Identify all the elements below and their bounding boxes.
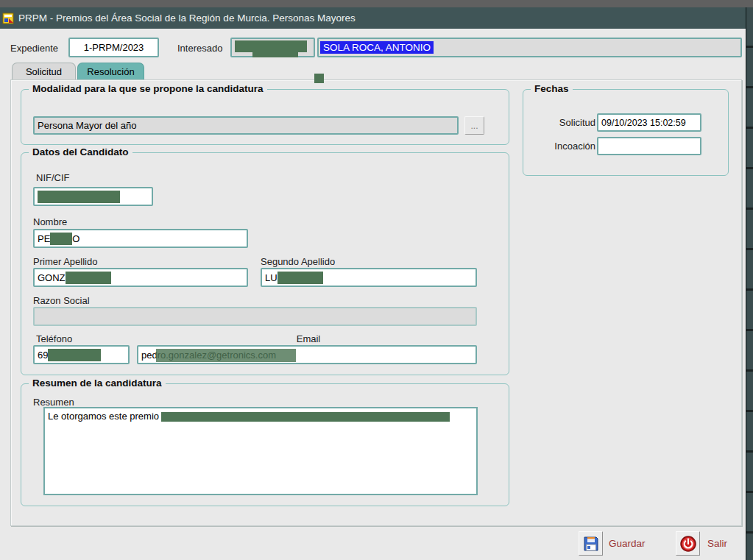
expediente-field[interactable]: 1-PRPM/2023 [68,38,159,57]
primer-apellido-label: Primer Apellido [33,256,97,267]
candidato-group-title: Datos del Candidato [29,146,132,157]
interesado-label: Interesado [177,43,222,54]
redaction-block [277,272,323,284]
razon-social-field [33,307,477,326]
nombre-prefix: PE [38,233,50,244]
resumen-textarea[interactable]: Le otorgamos este premio [43,407,478,495]
window-titlebar[interactable]: PRPM - Premios del Área Social de la Reg… [0,7,746,29]
interesado-nif-field[interactable] [230,38,315,57]
redaction-artifact-square [314,74,324,83]
top-edge-strip [0,0,753,7]
nif-label: NIF/CIF [36,172,70,183]
nombre-label: Nombre [33,216,67,227]
guardar-button[interactable] [579,531,603,556]
incoacion-date-field[interactable] [597,137,701,155]
telefono-label: Teléfono [36,333,72,344]
primer-apellido-field[interactable]: GONZ [33,268,248,287]
solicitud-date-value: 09/10/2023 15:02:59 [601,118,686,128]
tab-resolucion-label: Resolución [87,66,134,77]
salir-label[interactable]: Salir [707,538,727,549]
resumen-group-title: Resumen de la candidatura [29,378,166,389]
modalidad-field[interactable]: Persona Mayor del año [33,116,459,135]
email-label: Email [279,333,338,344]
nombre-suffix: O [72,233,79,244]
tab-resolucion[interactable]: Resolución [77,63,144,80]
primer-apellido-prefix: GONZ [38,272,66,283]
interesado-name-field[interactable]: SOLA ROCA, ANTONIO [317,38,742,57]
redaction-block [50,233,72,245]
redaction-block [66,272,111,284]
nif-field[interactable] [33,187,153,206]
fechas-groupbox: Fechas Solicitud 09/10/2023 15:02:59 Inc… [523,89,729,176]
segundo-apellido-prefix: LU [265,272,277,283]
modalidad-group-title: Modalidad para la que se propone la cand… [29,83,267,94]
app-icon [2,12,15,25]
redaction-overlay [156,349,296,362]
window-title: PRPM - Premios del Área Social de la Reg… [18,13,356,24]
resumen-text: Le otorgamos este premio [48,411,159,422]
nombre-field[interactable]: PEO [33,229,248,248]
modalidad-value: Persona Mayor del año [38,120,136,131]
candidato-groupbox: Datos del Candidato NIF/CIF Nombre PEO P… [21,152,509,375]
redaction-block [38,191,120,203]
guardar-label[interactable]: Guardar [609,538,646,549]
solicitud-date-field[interactable]: 09/10/2023 15:02:59 [597,113,701,132]
interesado-name-selected: SOLA ROCA, ANTONIO [320,41,434,54]
razon-social-label: Razon Social [33,295,90,306]
fechas-group-title: Fechas [531,83,573,94]
redaction-block [48,349,101,361]
redaction-block [252,49,298,57]
save-floppy-icon [583,536,599,552]
incoacion-date-label: Incoación [531,141,595,152]
tab-solicitud[interactable]: Solicitud [12,63,76,80]
expediente-value: 1-PRPM/2023 [84,42,144,53]
expediente-label: Expediente [10,43,58,54]
modalidad-groupbox: Modalidad para la que se propone la cand… [21,89,509,145]
resumen-label: Resumen [33,397,74,408]
right-edge-strip [746,7,753,560]
modalidad-browse-button[interactable]: ... [464,116,484,135]
tab-solicitud-label: Solicitud [26,66,62,77]
telefono-prefix: 69 [38,350,48,361]
email-field[interactable]: pedro.gonzalez@getronics.com [137,345,477,364]
salir-button[interactable] [676,531,700,556]
resumen-groupbox: Resumen de la candidatura Resumen Le oto… [21,383,509,506]
power-icon [679,535,697,553]
redaction-block [161,412,450,422]
solicitud-date-label: Solicitud [531,117,595,128]
segundo-apellido-field[interactable]: LU [261,268,477,287]
segundo-apellido-label: Segundo Apellido [261,256,335,267]
browse-ellipsis: ... [470,121,478,131]
telefono-field[interactable]: 69 [33,345,130,364]
